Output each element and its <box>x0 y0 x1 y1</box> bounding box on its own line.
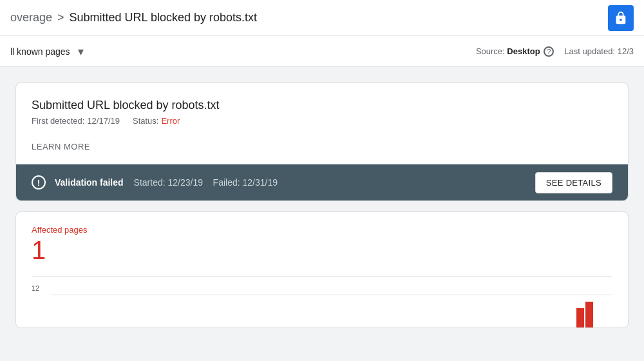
affected-pages-card: Affected pages 1 12 <box>15 211 629 328</box>
status-label: Status: <box>133 116 158 126</box>
started-value: 12/23/19 <box>168 177 204 188</box>
last-updated-value: 12/3 <box>618 46 634 56</box>
failed-date-value: 12/31/19 <box>243 177 278 188</box>
breadcrumb-prev[interactable]: overage <box>10 11 52 24</box>
card-title: Submitted URL blocked by robots.txt <box>32 99 612 112</box>
filter-dropdown-button[interactable]: ▾ <box>75 42 86 61</box>
first-detected-label: First detected: <box>32 116 84 126</box>
chart-bar <box>576 308 584 327</box>
source-label: Source: <box>476 46 505 56</box>
main-content: Submitted URL blocked by robots.txt Firs… <box>0 67 644 328</box>
validation-banner: ! Validation failed Started: 12/23/19 Fa… <box>16 164 628 200</box>
info-card: Submitted URL blocked by robots.txt Firs… <box>15 83 629 201</box>
affected-pages-count: 1 <box>32 237 612 263</box>
source-value-text: Desktop <box>507 46 540 56</box>
chart-bar-container <box>576 302 593 327</box>
breadcrumb-separator: > <box>57 11 64 24</box>
card-header: Submitted URL blocked by robots.txt Firs… <box>16 83 628 139</box>
learn-more-link[interactable]: LEARN MORE <box>32 142 90 151</box>
card-meta: First detected: 12/17/19 Status: Error <box>32 116 612 126</box>
see-details-button[interactable]: SEE DETAILS <box>535 172 612 193</box>
filter-bar: ll known pages ▾ Source: Desktop ? Last … <box>0 36 644 67</box>
learn-more-section: LEARN MORE <box>16 139 628 164</box>
header-bar: overage > Submitted URL blocked by robot… <box>0 0 644 36</box>
chart-area: 12 <box>32 276 612 327</box>
filter-left: ll known pages ▾ <box>10 42 86 61</box>
lock-icon-button[interactable] <box>608 5 634 31</box>
validation-started: Started: 12/23/19 Failed: 12/31/19 <box>134 177 278 188</box>
first-detected: First detected: 12/17/19 <box>32 116 120 126</box>
status-badge: Error <box>161 116 180 126</box>
chart-bar <box>585 302 593 327</box>
failed-date-label: Failed: <box>213 177 240 188</box>
filter-label: ll known pages <box>10 46 70 57</box>
header-right <box>608 5 634 31</box>
source-section: Source: Desktop ? <box>476 46 554 57</box>
validation-failed-label: Validation failed <box>55 177 124 188</box>
breadcrumb-current: Submitted URL blocked by robots.txt <box>70 11 257 24</box>
chevron-down-icon: ▾ <box>78 44 84 59</box>
breadcrumb: overage > Submitted URL blocked by robot… <box>10 11 257 24</box>
status-section: Status: Error <box>133 116 180 126</box>
started-label: Started: <box>134 177 166 188</box>
last-updated-label: Last updated: <box>564 46 615 56</box>
filter-right: Source: Desktop ? Last updated: 12/3 <box>476 46 634 57</box>
chart-y-label: 12 <box>32 284 39 292</box>
validation-failed-icon: ! <box>32 175 46 190</box>
last-updated-section: Last updated: 12/3 <box>564 46 634 56</box>
info-icon[interactable]: ? <box>544 46 554 57</box>
affected-pages-label: Affected pages <box>32 225 612 235</box>
chart-gridline <box>51 295 612 295</box>
first-detected-value: 12/17/19 <box>87 116 120 126</box>
validation-text: Validation failed Started: 12/23/19 Fail… <box>55 177 535 188</box>
lock-icon <box>614 11 628 25</box>
